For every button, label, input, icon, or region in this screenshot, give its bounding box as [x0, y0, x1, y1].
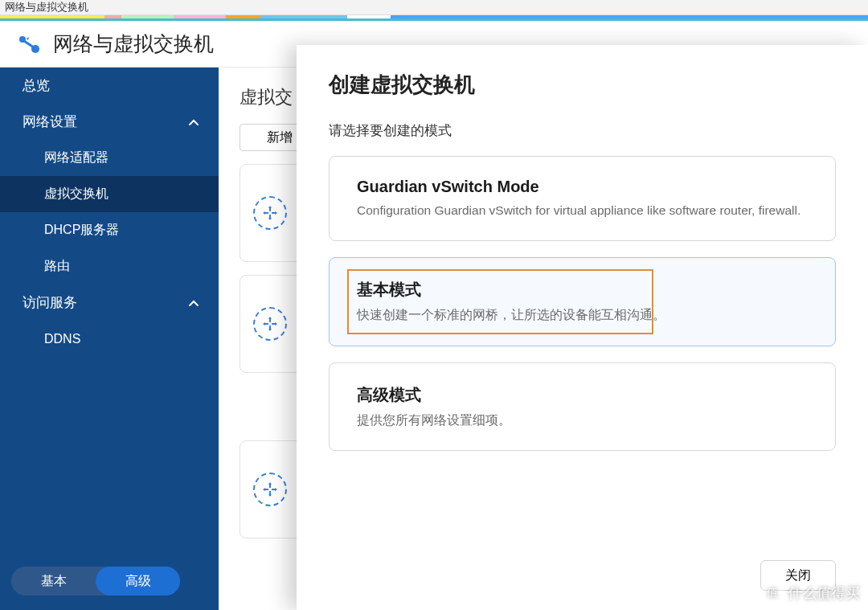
option-advanced-mode[interactable]: 高级模式 提供您所有网络设置细项。	[329, 362, 836, 451]
network-node-icon	[253, 307, 287, 341]
sidebar-item-overview[interactable]: 总览	[0, 68, 219, 104]
create-vswitch-modal: 创建虚拟交换机 请选择要创建的模式 Guardian vSwitch Mode …	[297, 45, 868, 610]
sidebar-item-network-settings[interactable]: 网络设置	[0, 104, 219, 140]
sidebar-item-label: 网络适配器	[44, 149, 108, 166]
option-title: 基本模式	[357, 279, 808, 301]
sidebar-item-ddns[interactable]: DDNS	[0, 321, 219, 357]
window-title-text: 网络与虚拟交换机	[5, 0, 88, 14]
sidebar-item-label: DHCP服务器	[44, 222, 119, 239]
sidebar-item-label: 总览	[23, 76, 50, 95]
chevron-up-icon	[188, 297, 199, 309]
option-desc: 快速创建一个标准的网桥，让所选的设备能互相沟通。	[357, 305, 808, 324]
toggle-label: 基本	[41, 573, 67, 590]
sidebar-item-label: 网络设置	[23, 113, 77, 131]
sidebar-item-dhcp[interactable]: DHCP服务器	[0, 212, 219, 248]
sidebar-item-label: 访问服务	[23, 293, 77, 312]
network-node-icon	[253, 473, 287, 506]
modal-footer: 关闭	[329, 546, 836, 591]
sidebar-item-label: DDNS	[44, 332, 80, 346]
option-basic-mode[interactable]: 基本模式 快速创建一个标准的网桥，让所选的设备能互相沟通。	[329, 257, 836, 346]
sidebar-item-label: 虚拟交换机	[44, 186, 108, 203]
sidebar-item-label: 路由	[44, 258, 70, 275]
modal-prompt: 请选择要创建的模式	[329, 121, 836, 140]
sidebar-item-routing[interactable]: 路由	[0, 248, 219, 285]
network-switch-icon	[18, 32, 42, 56]
option-guardian-mode[interactable]: Guardian vSwitch Mode Configuration Guar…	[329, 156, 836, 241]
option-title: Guardian vSwitch Mode	[357, 178, 808, 196]
close-button[interactable]: 关闭	[760, 560, 836, 591]
network-node-icon	[253, 196, 287, 230]
add-button-label: 新增	[267, 129, 293, 146]
toggle-basic-button[interactable]: 基本	[11, 567, 96, 596]
sidebar-item-virtual-switch[interactable]: 虚拟交换机	[0, 176, 219, 212]
toggle-label: 高级	[125, 573, 151, 590]
option-desc: Configuration Guardian vSwitch for virtu…	[357, 201, 808, 219]
option-title: 高级模式	[357, 384, 808, 406]
close-button-label: 关闭	[785, 568, 811, 582]
window-chrome-title: 网络与虚拟交换机	[0, 0, 868, 15]
sidebar: 总览 网络设置 网络适配器 虚拟交换机 DHCP服务器 路由 访问服务	[0, 68, 219, 610]
sidebar-item-access-services[interactable]: 访问服务	[0, 285, 219, 321]
mode-toggle: 基本 高级	[11, 567, 180, 596]
sidebar-item-adapters[interactable]: 网络适配器	[0, 140, 219, 176]
modal-title: 创建虚拟交换机	[329, 71, 836, 99]
chevron-up-icon	[188, 117, 199, 128]
toggle-advanced-button[interactable]: 高级	[96, 567, 180, 596]
option-desc: 提供您所有网络设置细项。	[357, 411, 808, 429]
app-title: 网络与虚拟交换机	[53, 31, 214, 57]
